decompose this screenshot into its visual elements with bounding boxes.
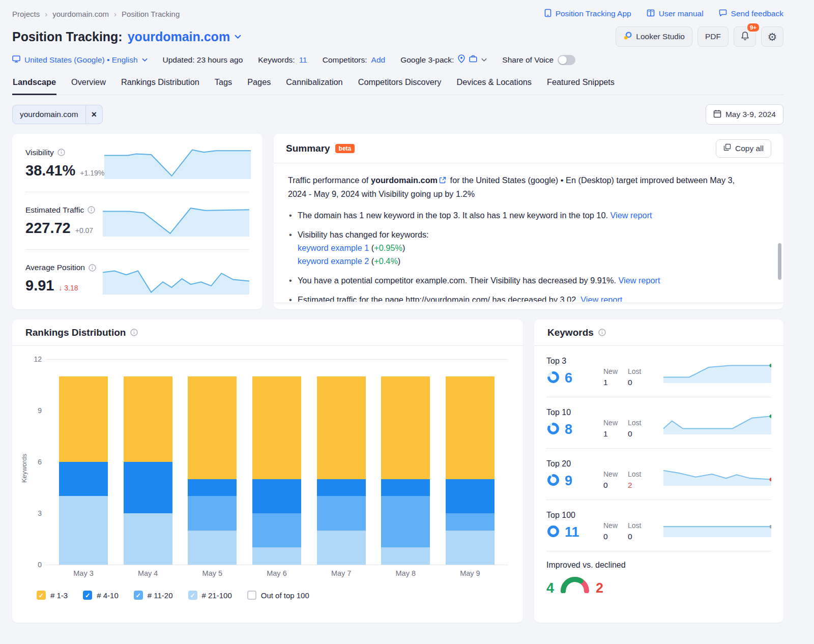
copy-all-button[interactable]: Copy all [716,139,771,158]
bar-segment-1-3[interactable] [252,376,301,479]
inline-link-keyword-example-2[interactable]: keyword example 2 [298,256,369,266]
location-label[interactable]: United States (Google) • English [24,55,138,65]
bar-segment-11-20[interactable] [252,513,301,547]
keywords-label: Keywords: [258,55,295,65]
bar-segment-1-3[interactable] [317,376,366,479]
bar-may-6[interactable] [252,376,301,565]
info-icon[interactable] [57,149,65,156]
breadcrumb-separator-icon: › [45,10,47,18]
bar-segment-1-3[interactable] [124,376,172,462]
inline-link-view-report[interactable]: View report [580,295,622,302]
bar-segment-11-20[interactable] [317,496,366,530]
bar-segment-4-10[interactable] [252,479,301,513]
tab-competitors-discovery[interactable]: Competitors Discovery [358,72,442,95]
breadcrumb-item-yourdomain-com[interactable]: yourdomain.com [52,10,109,18]
bar-segment-4-10[interactable] [446,479,495,513]
kw-count-link[interactable]: 6 [565,370,572,386]
legend-4-10[interactable]: ✓# 4-10 [83,591,119,600]
progress-ring-icon [546,370,560,386]
meta-row: United States (Google) • English Updated… [12,54,783,65]
bar-segment-4-10[interactable] [59,462,108,496]
rankings-header: Rankings Distribution [12,319,523,346]
info-icon[interactable] [130,329,138,336]
bar-segment-11-20[interactable] [446,513,495,531]
bar-segment-4-10[interactable] [188,479,237,496]
info-icon[interactable] [598,329,606,336]
bar-segment-4-10[interactable] [381,479,430,496]
bar-segment-4-10[interactable] [124,462,172,513]
tab-rankings-distribution[interactable]: Rankings Distribution [121,72,200,95]
competitors-add-link[interactable]: Add [371,55,386,65]
breadcrumb-item-projects[interactable]: Projects [12,10,40,18]
notifications-button[interactable]: 9+ [734,26,756,47]
bar-segment-21-100[interactable] [446,531,495,565]
bar-may-4[interactable] [124,376,172,565]
legend-21-100[interactable]: ✓# 21-100 [188,591,232,600]
bar-segment-1-3[interactable] [188,376,237,479]
y-tick-label: 12 [28,355,42,363]
bar-segment-21-100[interactable] [317,531,366,565]
info-icon[interactable] [89,264,96,272]
bar-segment-21-100[interactable] [124,513,172,565]
kw-count-link[interactable]: 9 [565,473,572,489]
breadcrumb-item-position-tracking[interactable]: Position Tracking [122,10,180,18]
target-location[interactable]: United States (Google) • English [12,55,148,65]
bar-segment-21-100[interactable] [381,547,430,565]
bar-segment-11-20[interactable] [381,496,430,547]
info-icon[interactable] [88,206,95,214]
bar-may-3[interactable] [59,376,108,565]
kw-left: Top 10 8 [546,408,603,437]
project-domain-select[interactable]: yourdomain.com [128,30,241,44]
tab-devices-locations[interactable]: Devices & Locations [456,72,532,95]
send-feedback-link[interactable]: Send feedback [719,9,783,19]
legend-11-20[interactable]: ✓# 11-20 [134,591,173,600]
user-manual-link[interactable]: User manual [647,9,704,19]
inline-link-view-report[interactable]: View report [610,211,652,220]
inline-link-view-report[interactable]: View report [619,276,660,285]
monitor-icon [12,55,20,65]
date-range-picker[interactable]: May 3-9, 2024 [706,104,783,125]
share-of-voice-toggle[interactable] [558,55,575,65]
bar-may-7[interactable] [317,376,366,565]
kw-count-link[interactable]: 8 [565,422,572,437]
bar-may-8[interactable] [381,376,430,565]
chevron-down-icon[interactable] [481,58,487,62]
metric-sparkline [103,205,249,237]
inline-link-keyword-example-1[interactable]: keyword example 1 [298,243,369,252]
bar-segment-1-3[interactable] [446,376,495,479]
position-tracking-app-link[interactable]: Position Tracking App [544,9,631,19]
map-pin-icon[interactable] [458,54,465,65]
tab-pages[interactable]: Pages [247,72,271,95]
x-tick-label: May 8 [381,569,430,577]
kw-count-link[interactable]: 11 [565,524,579,540]
bar-segment-21-100[interactable] [252,547,301,565]
tab-cannibalization[interactable]: Cannibalization [285,72,343,95]
bar-segment-1-3[interactable] [381,376,430,479]
summary-scrollbar-thumb[interactable] [778,243,781,280]
bar-may-5[interactable] [188,376,237,565]
kw-range-label: Top 3 [546,357,603,366]
briefcase-icon[interactable] [469,55,477,65]
bar-segment-4-10[interactable] [317,479,366,496]
tab-tags[interactable]: Tags [214,72,232,95]
tab-overview[interactable]: Overview [71,72,106,95]
kw-range-label: Top 100 [546,511,603,520]
tab-landscape[interactable]: Landscape [12,72,56,95]
external-link-icon[interactable] [439,174,446,187]
bar-segment-1-3[interactable] [59,376,108,462]
chip-label: yourdomain.com [13,105,85,124]
looker-studio-button[interactable]: Looker Studio [616,26,692,47]
bar-may-9[interactable] [446,376,495,565]
keywords-count-link[interactable]: 11 [299,55,307,65]
pdf-button[interactable]: PDF [697,26,729,47]
kw-new: New0 [603,521,618,541]
settings-button[interactable]: ⚙ [761,26,783,47]
bar-segment-11-20[interactable] [188,496,237,530]
chip-remove-button[interactable]: × [85,105,103,124]
tab-featured-snippets[interactable]: Featured Snippets [546,72,615,95]
legend-1-3[interactable]: ✓# 1-3 [37,591,68,600]
bar-segment-21-100[interactable] [188,531,237,565]
calendar-icon [713,109,721,120]
bar-segment-21-100[interactable] [59,496,108,565]
legend-out-of-top-100[interactable]: Out of top 100 [247,591,309,600]
